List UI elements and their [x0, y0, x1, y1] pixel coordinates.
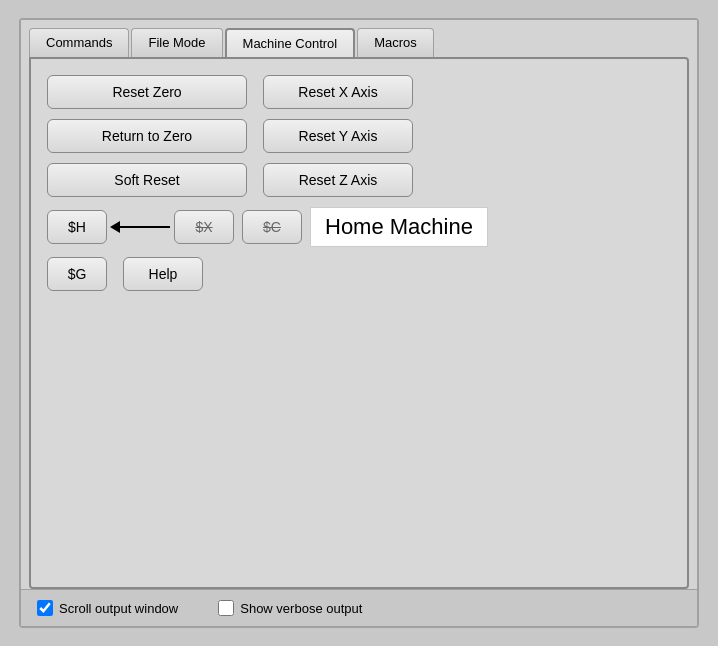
bottom-bar: Scroll output window Show verbose output [21, 589, 697, 626]
help-button[interactable]: Help [123, 257, 203, 291]
sc-button[interactable]: $C [242, 210, 302, 244]
reset-y-axis-button[interactable]: Reset Y Axis [263, 119, 413, 153]
sx-label: $X [195, 219, 212, 235]
row-return-to-zero: Return to Zero Reset Y Axis [47, 119, 671, 153]
sg-button[interactable]: $G [47, 257, 107, 291]
tab-machine-control[interactable]: Machine Control [225, 28, 356, 57]
scroll-output-label[interactable]: Scroll output window [37, 600, 178, 616]
tab-bar: Commands File Mode Machine Control Macro… [21, 20, 697, 57]
sh-button[interactable]: $H [47, 210, 107, 244]
row-home-machine: $H $X $C Home Machine [47, 207, 671, 247]
sx-button[interactable]: $X [174, 210, 234, 244]
reset-zero-button[interactable]: Reset Zero [47, 75, 247, 109]
home-machine-label: Home Machine [310, 207, 488, 247]
arrow-line-icon [120, 226, 170, 228]
arrow-head-icon [110, 221, 120, 233]
show-verbose-label[interactable]: Show verbose output [218, 600, 362, 616]
row-reset-zero: Reset Zero Reset X Axis [47, 75, 671, 109]
arrow-indicator [111, 221, 170, 233]
tab-file-mode[interactable]: File Mode [131, 28, 222, 57]
reset-x-axis-button[interactable]: Reset X Axis [263, 75, 413, 109]
return-to-zero-button[interactable]: Return to Zero [47, 119, 247, 153]
main-container: Commands File Mode Machine Control Macro… [19, 18, 699, 628]
tab-commands[interactable]: Commands [29, 28, 129, 57]
tab-macros[interactable]: Macros [357, 28, 434, 57]
reset-z-axis-button[interactable]: Reset Z Axis [263, 163, 413, 197]
scroll-output-text: Scroll output window [59, 601, 178, 616]
show-verbose-text: Show verbose output [240, 601, 362, 616]
content-area: Reset Zero Reset X Axis Return to Zero R… [29, 57, 689, 589]
scroll-output-checkbox[interactable] [37, 600, 53, 616]
row-soft-reset: Soft Reset Reset Z Axis [47, 163, 671, 197]
soft-reset-button[interactable]: Soft Reset [47, 163, 247, 197]
show-verbose-checkbox[interactable] [218, 600, 234, 616]
row-sg-help: $G Help [47, 257, 671, 291]
sc-label: $C [263, 219, 281, 235]
